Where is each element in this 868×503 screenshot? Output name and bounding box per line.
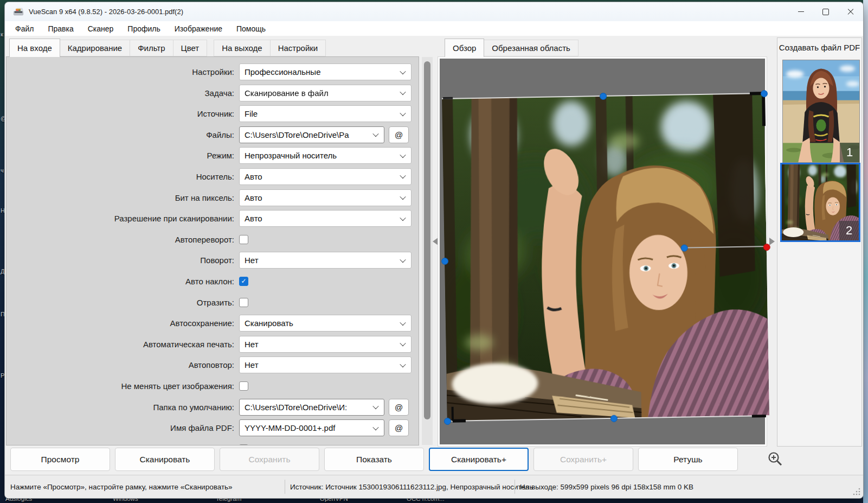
zoom-in-icon[interactable] [767, 450, 784, 468]
status-source: Источник: Источник 1530019306111623112.j… [290, 475, 533, 498]
form-label-auto-flip: Автопереворот: [7, 235, 239, 244]
auto-flip-checkbox[interactable] [239, 235, 248, 244]
preview-button[interactable]: Просмотр [10, 448, 110, 471]
crop-handle-top[interactable] [599, 92, 606, 99]
task-select[interactable]: Сканирование в файл [239, 85, 412, 101]
default-options-checkbox[interactable] [239, 444, 248, 445]
crop-corner-mark [752, 415, 766, 417]
menu-item-Сканер[interactable]: Сканер [81, 24, 121, 33]
maximize-icon [822, 9, 829, 15]
form-row-auto-repeat: Автоповтор:Нет [7, 356, 419, 373]
resize-grip[interactable] [853, 488, 860, 495]
selected-value: File [245, 109, 258, 118]
window-title: VueScan 9 x64 (9.8.52) - 2026-03-26-0001… [29, 8, 183, 16]
form-label-options: Настройки: [7, 67, 239, 77]
form-scrollbar-thumb[interactable] [424, 61, 430, 419]
status-hint: Нажмите «Просмотр», настройте рамку, наж… [10, 475, 233, 498]
auto-save-select[interactable]: Сканировать [239, 315, 412, 332]
files-token-button[interactable]: @ [389, 126, 409, 143]
tab-prefs[interactable]: Настройки [271, 40, 326, 56]
selected-value: Сканирование в файл [245, 88, 329, 98]
form-label-task: Задача: [7, 88, 239, 98]
form-label-default-folder: Папка по умолчанию: [7, 403, 239, 412]
menu-item-Правка[interactable]: Правка [41, 24, 80, 33]
files-select[interactable]: C:\Users\DTore\OneDrive\Pa [239, 126, 384, 143]
pdf-filename-select[interactable]: YYYY-MM-DD-0001+.pdf [239, 419, 384, 436]
selected-value: Авто [245, 214, 262, 223]
pdf-filename-token-button[interactable]: @ [389, 419, 409, 436]
maximize-button[interactable] [813, 2, 838, 21]
status-bar: Нажмите «Просмотр», настройте рамку, наж… [5, 475, 863, 498]
crop-handle-bottom-left[interactable] [443, 417, 451, 424]
chevron-down-icon [372, 424, 378, 430]
form-row-auto-print: Автоматическая печать:Нет [7, 336, 419, 353]
menu-item-Помощь[interactable]: Помощь [229, 24, 273, 33]
menu-item-Изображение[interactable]: Изображение [168, 24, 229, 33]
pdf-page-thumbnail-1[interactable]: 1 [782, 60, 860, 163]
crop-handle-bottom[interactable] [610, 415, 618, 422]
menu-item-Файл[interactable]: Файл [8, 24, 41, 33]
selected-value: Сканировать [245, 319, 293, 328]
form-row-media: Носитель:Авто [7, 168, 419, 185]
source-select[interactable]: File [239, 105, 412, 122]
preview-photo[interactable] [442, 93, 769, 421]
tab-input[interactable]: На входе [9, 39, 60, 57]
form-row-default-folder: Папка по умолчанию:C:\Users\DTore\OneDri… [7, 399, 419, 416]
tab-output[interactable]: На выходе [214, 40, 271, 56]
tab-filter[interactable]: Фильтр [130, 40, 173, 56]
auto-repeat-select[interactable]: Нет [239, 356, 412, 373]
default-folder-token-button[interactable]: @ [389, 399, 409, 416]
vuescan-window: VueScan 9 x64 (9.8.52) - 2026-03-26-0001… [4, 2, 864, 499]
form-row-auto-save: Автосохранение:Сканировать [7, 315, 419, 332]
chevron-down-icon [400, 215, 406, 221]
crop-corner-mark [453, 419, 466, 422]
bits-per-pixel-select[interactable]: Авто [239, 189, 412, 206]
auto-print-select[interactable]: Нет [239, 336, 412, 353]
media-select[interactable]: Авто [239, 168, 412, 185]
crop-handle-left[interactable] [441, 258, 448, 265]
form-scrollbar[interactable] [422, 57, 433, 445]
pdf-page-thumbnail-2-selected[interactable]: 2 [780, 163, 860, 242]
scan-bed [440, 59, 765, 444]
default-folder-select[interactable]: C:\Users\DTore\OneDrive\И: [239, 399, 384, 416]
show-button[interactable]: Показать [324, 448, 424, 471]
rotation-handle-inner[interactable] [681, 244, 688, 251]
crop-handle-top-right[interactable] [760, 90, 767, 97]
page-number-badge: 2 [839, 221, 859, 240]
tab-preview[interactable]: Обзор [445, 39, 484, 57]
rotation-select[interactable]: Нет [239, 252, 412, 269]
scan-button[interactable]: Сканировать [115, 448, 215, 471]
status-divider [515, 480, 515, 494]
retouch-button[interactable]: Ретушь [638, 448, 738, 471]
form-label-bits-per-pixel: Бит на пиксель: [7, 193, 239, 202]
tab-color[interactable]: Цвет [173, 40, 208, 56]
collapse-right-icon[interactable] [769, 238, 775, 245]
title-bar[interactable]: VueScan 9 x64 (9.8.52) - 2026-03-26-0001… [5, 2, 863, 21]
pdf-pages-panel: 1 2 [777, 56, 862, 447]
vuescan-app-icon [12, 6, 24, 18]
menu-item-Профиль[interactable]: Профиль [120, 24, 167, 33]
form-row-files: Файлы:C:\Users\DTore\OneDrive\Pa@ [7, 126, 419, 143]
save-button[interactable]: Сохранить [220, 448, 319, 471]
keep-image-color-checkbox[interactable] [239, 381, 248, 391]
auto-skew-checkbox[interactable]: ✓ [239, 277, 248, 286]
form-row-source: Источник:File [7, 105, 419, 122]
form-label-auto-skew: Авто наклон: [7, 277, 239, 286]
tab-cropped-area[interactable]: Обрезанная область [484, 40, 578, 56]
mirror-checkbox[interactable] [239, 298, 248, 307]
tab-create-pdf[interactable]: Создавать файл PDF [777, 37, 862, 57]
mode-select[interactable]: Непрозрачный носитель [239, 147, 412, 164]
options-select[interactable]: Профессиональные [239, 63, 412, 80]
close-button[interactable] [838, 2, 863, 21]
desktop: к@чНоДПР AuslogicsWindowsTelegramOpenVPN… [0, 0, 868, 503]
tab-crop[interactable]: Кадрирование [60, 40, 130, 56]
minimize-button[interactable] [788, 2, 813, 21]
input-settings-panel: Настройки:ПрофессиональныеЗадача:Сканиро… [6, 56, 419, 445]
settings-tab-bar: На входеКадрированиеФильтрЦветНа выходеН… [9, 39, 326, 56]
form-label-scan-resolution: Разрешение при сканировании: [7, 214, 239, 223]
rotation-handle-red[interactable] [763, 244, 770, 251]
action-button-row: ПросмотрСканироватьСохранитьПоказатьСкан… [5, 448, 863, 471]
save-plus-button[interactable]: Сохранить+ [533, 448, 633, 471]
scan-resolution-select[interactable]: Авто [239, 210, 412, 227]
scan-plus-button[interactable]: Сканировать+ [429, 448, 529, 471]
